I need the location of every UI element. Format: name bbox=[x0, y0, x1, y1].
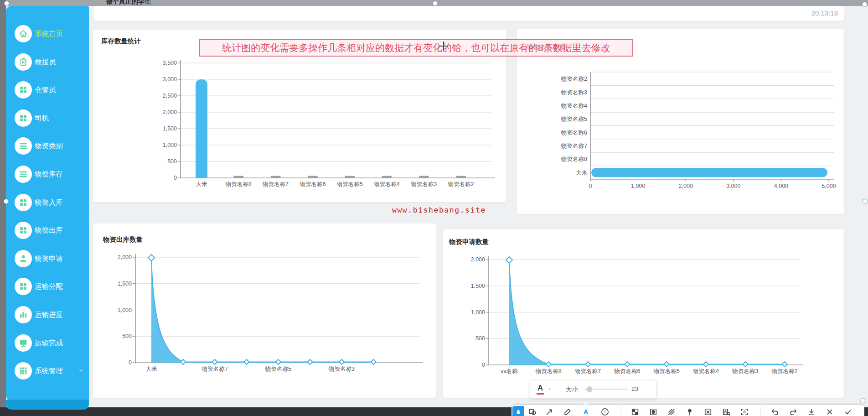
close-icon[interactable] bbox=[825, 407, 835, 416]
arrow-tool-icon[interactable] bbox=[544, 407, 554, 416]
undo-icon[interactable] bbox=[770, 407, 780, 416]
step-number-tool-icon[interactable]: 1 bbox=[600, 407, 610, 416]
sidebar-item-label: 系统首页 bbox=[35, 29, 63, 39]
sidebar-item-label: 司机 bbox=[35, 114, 49, 123]
desktop-screen: 做个真正的学生 系统首页救援员仓管员司机物资类别物资库存物资入库物资出库物资申请… bbox=[0, 0, 868, 416]
sidebar-item-12[interactable]: 运输完成 bbox=[6, 334, 89, 352]
cutout-tool-icon[interactable] bbox=[703, 407, 713, 416]
sidebar-item-3[interactable]: 仓管员 bbox=[6, 81, 89, 99]
sidebar-item-6[interactable]: 物资库存 bbox=[6, 165, 89, 183]
sidebar-item-13[interactable]: 系统管理 bbox=[6, 362, 89, 380]
sidebar-item-9[interactable]: 物资申请 bbox=[6, 250, 89, 268]
svg-text:A: A bbox=[743, 410, 746, 414]
grid4-icon bbox=[15, 194, 32, 211]
sidebar-item-label: 仓管员 bbox=[35, 85, 56, 95]
sidebar-item-1[interactable]: 系统首页 bbox=[6, 25, 89, 43]
grid4-icon bbox=[15, 81, 32, 99]
size-slider-thumb[interactable] bbox=[587, 386, 592, 392]
monitor-icon bbox=[15, 334, 32, 352]
toolbar-separator bbox=[760, 407, 761, 416]
sidebar-item-label: 运输完成 bbox=[35, 338, 63, 348]
sidebar-item-label: 物资入库 bbox=[35, 198, 63, 208]
list-icon bbox=[15, 166, 32, 183]
blur-tool-icon[interactable] bbox=[648, 407, 658, 416]
text-find-tool-icon[interactable]: A bbox=[721, 407, 731, 416]
sidebar-item-label: 物资出库 bbox=[35, 226, 63, 235]
sidebar-footer bbox=[6, 400, 89, 410]
clock: 20:13:18 bbox=[811, 9, 838, 17]
list-icon bbox=[15, 137, 32, 155]
hatch-tool-icon[interactable] bbox=[666, 407, 677, 416]
selection-handle-right-center[interactable] bbox=[863, 199, 868, 204]
desktop-left-strip bbox=[0, 0, 6, 416]
header-bar: 20:13:18 bbox=[93, 6, 844, 21]
size-value: 23 bbox=[631, 385, 638, 392]
annotation-note-box[interactable]: 统计图的变化需要多操作几条相对应的数据才有变化的铪，也可以在原有的8条数据里去修… bbox=[199, 39, 633, 57]
chevron-down-icon[interactable]: ⌄ bbox=[548, 385, 552, 391]
svg-text:A: A bbox=[584, 408, 589, 416]
download-icon[interactable] bbox=[806, 407, 816, 416]
selection-handle-left-center[interactable] bbox=[4, 199, 9, 204]
sidebar-item-label: 物资类别 bbox=[35, 141, 63, 151]
person-icon bbox=[15, 250, 32, 267]
sidebar-item-4[interactable]: 司机 bbox=[6, 109, 89, 127]
selection-handle-top-left[interactable] bbox=[4, 1, 9, 6]
chevron-down-icon[interactable] bbox=[78, 367, 84, 375]
browser-tab-title: 做个真正的学生 bbox=[106, 0, 151, 6]
redo-icon[interactable] bbox=[788, 407, 798, 416]
pencil-tool-icon[interactable] bbox=[563, 407, 573, 416]
watermark: www.bishebang.site bbox=[392, 206, 486, 214]
sidebar: 系统首页救援员仓管员司机物资类别物资库存物资入库物资出库物资申请运输分配运输进度… bbox=[6, 6, 89, 400]
selection-handle-bottom-right[interactable] bbox=[860, 398, 865, 403]
sidebar-item-10[interactable]: 运输分配 bbox=[6, 277, 89, 296]
sidebar-item-label: 物资库存 bbox=[35, 170, 63, 179]
mosaic-tool-icon[interactable] bbox=[630, 407, 640, 416]
grid4-icon bbox=[15, 222, 32, 239]
sidebar-item-label: 系统管理 bbox=[35, 366, 63, 376]
svg-text:1: 1 bbox=[604, 410, 606, 414]
toolbar-separator bbox=[620, 407, 620, 416]
sidebar-item-label: 救援员 bbox=[35, 57, 56, 67]
font-color-underline bbox=[537, 393, 544, 395]
selection-handle-top-center[interactable] bbox=[433, 1, 438, 6]
sidebar-item-label: 运输分配 bbox=[35, 282, 63, 291]
card-outbound-quantity bbox=[93, 224, 436, 398]
sidebar-item-label: 运输进度 bbox=[35, 310, 63, 320]
card-inbound-quantity bbox=[517, 29, 844, 214]
move-cursor-icon bbox=[438, 40, 450, 52]
sidebar-item-8[interactable]: 物资出库 bbox=[6, 221, 89, 239]
selection-handle-top-right[interactable] bbox=[862, 2, 867, 7]
svg-text:A: A bbox=[724, 409, 727, 414]
size-label: 大小 bbox=[566, 385, 578, 394]
toolbar-notch bbox=[582, 401, 589, 405]
pin-tool-icon[interactable] bbox=[685, 407, 695, 416]
sidebar-item-label: 物资申请 bbox=[35, 254, 63, 264]
text-tool-icon[interactable]: A bbox=[581, 407, 591, 416]
grid9-icon bbox=[15, 362, 32, 380]
font-button[interactable]: A bbox=[537, 384, 543, 393]
chart-title-inventory: 库存数量统计 bbox=[101, 37, 141, 46]
chart-title-request: 物资申请数量 bbox=[449, 238, 489, 246]
annotation-toolbar: A1AA bbox=[512, 405, 864, 416]
bar-chart-icon bbox=[15, 306, 32, 323]
home-icon bbox=[15, 25, 32, 42]
text-options-panel: A ⌄ 大小 23 bbox=[530, 380, 656, 399]
shape-tool-icon[interactable] bbox=[527, 407, 537, 416]
ocr-tool-icon[interactable]: A bbox=[739, 407, 749, 416]
confirm-icon[interactable] bbox=[843, 407, 853, 416]
grid4-icon bbox=[15, 109, 32, 127]
color-droplet-icon[interactable] bbox=[512, 406, 524, 416]
sidebar-item-7[interactable]: 物资入库 bbox=[6, 193, 89, 212]
sidebar-item-11[interactable]: 运输进度 bbox=[6, 306, 89, 324]
grid4-icon bbox=[15, 278, 32, 295]
sidebar-item-5[interactable]: 物资类别 bbox=[6, 137, 89, 155]
sidebar-item-2[interactable]: 救援员 bbox=[6, 53, 89, 71]
chart-title-outbound: 物资出库数量 bbox=[103, 235, 143, 244]
card-request-quantity bbox=[443, 229, 844, 398]
id-card-icon bbox=[15, 53, 32, 71]
